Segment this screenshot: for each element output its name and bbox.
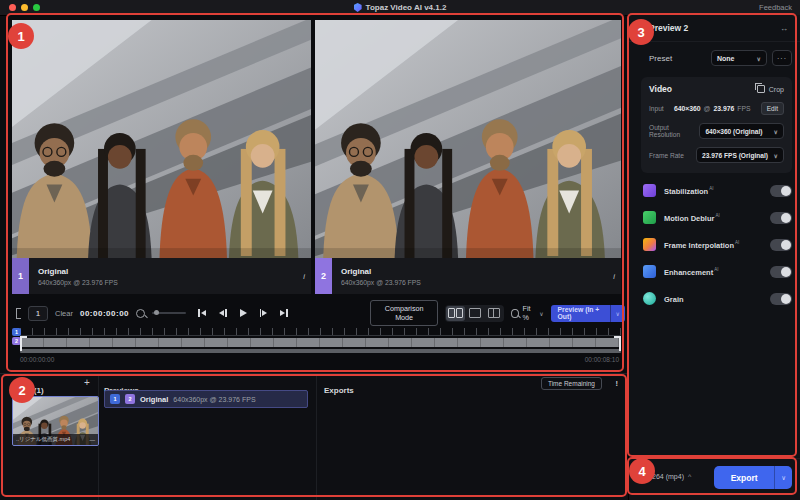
clip-title: Original [341,267,613,276]
crop-icon [757,85,765,93]
input-section-header: Input (1) [12,379,44,397]
export-format-select[interactable]: H264 (mp4) ^ [647,473,691,480]
feedback-button[interactable]: Feedback [759,0,792,15]
preview-list-item[interactable]: 1 2 Original 640x360px @ 23.976 FPS [104,390,308,408]
preview-button-label: Preview (In + Out) [551,305,610,322]
single-view-icon[interactable] [465,306,484,321]
export-bar: H264 (mp4) ^ Export ∨ [628,458,800,500]
input-value: 640×360 @ 23.976 FPS [674,105,751,112]
fit-zoom-select[interactable]: Fit % ∨ [511,304,543,322]
crop-label: Crop [769,86,784,93]
frame-counter[interactable]: 1 [28,306,48,321]
video-settings-card: Video Crop Input 640×360 @ 23.976 FPS Ed… [641,77,792,173]
timeline-ruler[interactable] [20,328,621,336]
filter-row-motion-deblur: Motion DeblurAI [643,204,792,231]
time-remaining-button[interactable]: Time Remaining [541,377,602,390]
motion-deblur-toggle[interactable] [770,212,792,224]
zoom-magnifier-icon[interactable] [136,309,145,318]
preset-dropdown[interactable]: None ∨ [711,50,767,66]
step-back-button[interactable] [219,309,227,317]
export-format-value: H264 (mp4) [647,473,684,480]
chevron-down-icon[interactable]: ∨ [610,305,625,322]
timeline-filmstrip-secondary[interactable] [20,349,621,353]
alert-icon[interactable]: ! [616,379,619,388]
video-preview-left[interactable] [12,20,311,258]
clip-badge-1: 1 [12,258,29,294]
stabilization-icon [643,184,656,197]
output-resolution-dropdown[interactable]: 640×360 (Original) ∨ [699,123,784,139]
chevron-down-icon: ∨ [539,310,543,317]
preview-row-meta: 640x360px @ 23.976 FPS [173,396,255,403]
chevron-up-icon: ^ [688,473,691,480]
timeline-filmstrip[interactable] [20,338,621,347]
fit-label: Fit % [523,304,536,322]
side-by-side-view-icon[interactable] [446,306,465,321]
view-mode-switcher [445,305,504,322]
exports-section-header: Exports [324,379,354,397]
video-section-title: Video [649,84,672,94]
trim-handle-left[interactable] [20,336,27,351]
topaz-video-ai-window: Topaz Video AI v4.1.2 Feedback 1 Origina… [0,0,800,500]
clip-infobar-2: 2 Original 640x360px @ 23.976 FPS i [315,258,621,294]
export-button-label: Export [714,466,774,489]
file-menu-icon[interactable]: — [90,437,96,443]
comparison-mode-button[interactable]: Comparison Mode [370,300,438,326]
video-preview-right[interactable] [315,20,621,258]
play-button[interactable] [240,309,247,317]
chevron-down-icon[interactable]: ∨ [774,466,792,489]
motion-deblur-icon [643,211,656,224]
split-view-icon[interactable] [484,306,503,321]
topaz-logo-icon [354,3,362,12]
input-thumbnail[interactable]: ..リジナル低画質.mp4 — [12,396,99,446]
zoom-slider[interactable] [152,312,186,314]
edit-input-button[interactable]: Edit [761,102,784,115]
skip-to-end-button[interactable] [280,309,288,317]
media-panel: Input (1) + ..リジナル低画質.mp4 — Previews 1 2… [0,373,628,500]
frame-interpolation-icon [643,238,656,251]
ai-badge: AI [709,186,713,191]
chevron-down-icon: ∨ [774,128,778,135]
crop-button[interactable]: Crop [757,85,784,93]
frame-interpolation-toggle[interactable] [770,239,792,251]
timeline-end-time: 00:00:08:10 [585,356,619,363]
window-title: Topaz Video AI v4.1.2 [0,0,800,15]
filter-row-enhancement: EnhancementAI [643,258,792,285]
clear-button[interactable]: Clear [55,309,73,318]
stabilization-toggle[interactable] [770,185,792,197]
panel-divider [316,374,317,500]
settings-sidebar: Preview 2 ↔ Preset None ∨ ··· Video Crop… [628,15,800,458]
sidebar-title: Preview 2 [649,23,688,33]
filter-label: EnhancementAI [664,267,770,277]
preview-button[interactable]: Preview (In + Out) ∨ [551,305,625,322]
add-input-button[interactable]: + [84,378,90,388]
filter-label: Grain [664,294,770,304]
fit-magnifier-icon [511,309,518,318]
input-fps-unit: FPS [737,105,750,112]
timeline[interactable]: 1 2 00:00:00:00 00:00:08:10 [12,328,621,363]
trim-in-icon[interactable] [16,308,21,319]
grain-toggle[interactable] [770,293,792,305]
input-file-name: ..リジナル低画質.mp4 [16,436,70,443]
preview-badge-2: 2 [125,394,135,404]
filter-label: StabilizationAI [664,186,770,196]
output-resolution-label: Output Resolution [649,124,699,138]
chevron-down-icon: ∨ [757,55,761,62]
timeline-marker-1[interactable]: 1 [12,328,21,336]
trim-handle-right[interactable] [614,336,621,351]
preset-label: Preset [649,54,711,63]
chevron-down-icon: ∨ [774,152,778,159]
clip-badge-2: 2 [315,258,332,294]
export-button[interactable]: Export ∨ [714,466,792,489]
enhancement-toggle[interactable] [770,266,792,278]
clip-infobar-1: 1 Original 640x360px @ 23.976 FPS i [12,258,311,294]
clip-info-icon[interactable]: i [613,258,621,294]
input-resolution: 640×360 [674,105,701,112]
preset-more-button[interactable]: ··· [772,50,792,66]
ai-filters-list: StabilizationAI Motion DeblurAI Frame In… [643,177,792,312]
filter-label: Frame InterpolationAI [664,240,770,250]
skip-to-start-button[interactable] [198,309,206,317]
frame-rate-dropdown[interactable]: 23.976 FPS (Original) ∨ [696,147,784,163]
step-forward-button[interactable] [260,309,268,317]
clip-info-icon[interactable]: i [303,258,311,294]
collapse-panel-icon[interactable]: ↔ [780,24,788,33]
